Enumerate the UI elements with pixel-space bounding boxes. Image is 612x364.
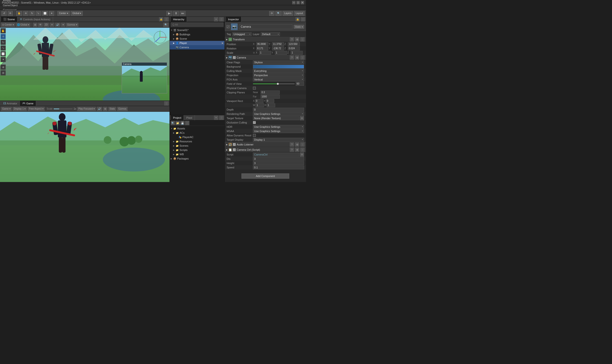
global-local-btn[interactable]: Global ▾ <box>71 11 83 16</box>
transform-menu-btn[interactable]: ⋮ <box>300 37 305 41</box>
script-dropdown[interactable]: CameraCtrl <box>253 153 299 156</box>
scale-slider[interactable] <box>54 108 73 109</box>
tab-game[interactable]: 🎮 Game <box>20 101 36 106</box>
project-save-btn[interactable]: 💾 <box>180 121 185 125</box>
collab-btn[interactable]: ⟳ <box>269 11 274 16</box>
pos-y-input[interactable] <box>272 42 284 46</box>
hierarchy-search[interactable] <box>171 23 224 27</box>
acs-folder[interactable]: ▶ 📁 ACs <box>170 131 224 135</box>
menu-item-assets[interactable]: Assets <box>1 0 20 3</box>
tab-controls[interactable]: ⚙ Controls (Input Actions) <box>17 17 53 22</box>
audio-enabled-checkbox[interactable]: ✓ <box>233 143 236 146</box>
inspector-menu-btn[interactable]: ⋮ <box>301 17 305 22</box>
pos-x-input[interactable] <box>256 42 268 46</box>
pos-z-input[interactable] <box>288 42 300 46</box>
projection-dropdown[interactable]: Perspective ▾ <box>253 73 304 77</box>
tab-animator[interactable]: 🎞 Animator <box>1 101 20 106</box>
camera-help-btn[interactable]: ? <box>290 55 294 60</box>
rot-x-input[interactable] <box>256 47 268 50</box>
search-btn[interactable]: 🔍 <box>275 11 282 16</box>
game-gizmos-btn[interactable]: Gizmos <box>117 107 128 111</box>
project-menu-btn[interactable]: ⋮ <box>219 116 224 120</box>
audio-help-btn[interactable]: ? <box>290 142 294 147</box>
center-pivot-btn[interactable]: Center ▾ <box>57 11 70 16</box>
background-color-swatch[interactable] <box>253 65 304 68</box>
rect-tool-btn[interactable]: ⬜ <box>0 51 6 56</box>
depth-input[interactable] <box>253 108 304 112</box>
move-tool[interactable]: ✛ <box>23 11 28 16</box>
rotate-tool[interactable]: ↻ <box>29 11 35 16</box>
menu-item-gameobject[interactable]: GameObject <box>1 3 20 8</box>
resources-folder[interactable]: ▶ 📁 Resources <box>170 139 224 143</box>
vp-h-input[interactable] <box>267 104 275 107</box>
mute-btn[interactable]: 🔊 <box>97 107 102 111</box>
maximize-button[interactable]: □ <box>297 1 300 4</box>
layers-btn[interactable]: Layers <box>283 11 293 16</box>
scene-lock-btn[interactable]: 🔒 <box>159 17 163 22</box>
move-tool-btn[interactable]: ✛ <box>0 34 6 39</box>
hierarchy-scene[interactable]: ▼ 🎬 Scene01* <box>170 28 224 32</box>
history-btn[interactable]: ⟳ <box>8 11 13 16</box>
rotate-tool-btn[interactable]: ↻ <box>0 40 6 45</box>
target-display-dropdown[interactable]: Display 1 ▾ <box>253 138 304 142</box>
script-pick-btn[interactable]: ⊙ <box>300 152 304 157</box>
global-btn[interactable]: 🌐 Global ▾ <box>16 23 30 27</box>
hdr-dropdown[interactable]: Use Graphics Settings ▾ <box>253 125 304 129</box>
undo-btn[interactable]: ↺ <box>1 11 7 16</box>
project-add-btn[interactable]: + <box>214 116 218 120</box>
project-search-btn[interactable]: 🔍 <box>171 121 175 125</box>
2d-btn[interactable]: 2D <box>43 23 49 27</box>
game-menu-btn[interactable]: ⋮ <box>164 101 169 105</box>
light-btn[interactable]: ☀ <box>50 23 54 27</box>
target-texture-pick-btn[interactable]: ⊙ <box>300 116 304 120</box>
hierarchy-buildings[interactable]: ▶ 📦 Buildings <box>170 32 224 37</box>
physical-camera-checkbox[interactable] <box>253 87 256 90</box>
display-dropdown-btn[interactable]: Display 1 ▾ <box>13 107 27 111</box>
allow-dynamic-checkbox[interactable] <box>253 134 256 137</box>
game-content[interactable] <box>0 112 169 182</box>
vsync-btn[interactable]: ⊞ <box>103 107 107 111</box>
near-input[interactable] <box>260 91 280 94</box>
rendering-path-dropdown[interactable]: Use Graphics Settings ▾ <box>253 112 304 116</box>
play-focused-btn[interactable]: Play Focused ▾ <box>77 107 96 111</box>
vp-y-input[interactable] <box>266 99 274 103</box>
height-input[interactable] <box>253 161 304 165</box>
transform-settings-btn[interactable]: ⚙ <box>295 37 299 41</box>
target-texture-dropdown[interactable]: None (Render Texture) <box>253 116 299 120</box>
hand-tool[interactable]: ✋ <box>16 11 22 16</box>
close-button[interactable]: ✕ <box>301 1 304 4</box>
rect-tool[interactable]: ⬜ <box>42 11 48 16</box>
rot-y-input[interactable] <box>272 47 284 50</box>
speed-input[interactable] <box>253 166 304 169</box>
script-enabled-checkbox[interactable]: ✓ <box>233 148 236 151</box>
script-menu-btn[interactable]: ⋮ <box>300 148 305 152</box>
wb-folder[interactable]: ▶ 📁 WB <box>170 152 224 156</box>
transform-tool[interactable]: ✦ <box>49 11 54 16</box>
extra-tool-2[interactable]: ⊞ <box>0 70 6 76</box>
camera-enabled-checkbox[interactable]: ✓ <box>233 56 236 59</box>
fx-btn[interactable]: ✦ <box>61 23 65 27</box>
play-button[interactable]: ▶ <box>166 11 172 16</box>
fov-slider-bar[interactable] <box>253 83 295 84</box>
tag-dropdown[interactable]: Untagged ▾ <box>232 32 251 36</box>
object-active-checkbox[interactable]: ✓ <box>227 25 230 28</box>
transform-section-header[interactable]: ▶ ↔ Transform ? ⚙ ⋮ <box>225 37 306 42</box>
packages-folder[interactable]: ▶ 📦 Packages <box>170 156 224 161</box>
extra-tool-1[interactable]: ⊕ <box>0 65 6 70</box>
hierarchy-scene-item[interactable]: ▶ 📦 Scene <box>170 37 224 41</box>
visibility-btn[interactable]: 👁 <box>38 23 43 27</box>
camera-settings-btn[interactable]: ⚙ <box>295 55 299 60</box>
far-input[interactable] <box>260 95 280 99</box>
object-name-input[interactable] <box>239 24 292 29</box>
layout-btn[interactable]: Layout <box>294 11 305 16</box>
script-help-btn[interactable]: ? <box>290 148 294 152</box>
scene-content[interactable]: X Y Z ✋ ✛ ↻ ⤡ ⬜ ✦ ⊕ <box>0 28 169 101</box>
vp-x-input[interactable] <box>255 99 263 103</box>
scripts-folder[interactable]: ▶ 📁 Scripts <box>170 148 224 152</box>
static-badge[interactable]: Static ▾ <box>294 25 304 29</box>
audio-settings-btn[interactable]: ⚙ <box>295 142 299 147</box>
fov-axis-dropdown[interactable]: Vertical ▾ <box>253 78 304 81</box>
camera-section-header[interactable]: ▶ 📷 ✓ Camera ? ⚙ ⋮ <box>225 55 306 60</box>
hand-tool-btn[interactable]: ✋ <box>0 28 6 33</box>
scene-gizmos-btn[interactable]: Gizmos ▾ <box>66 23 78 27</box>
